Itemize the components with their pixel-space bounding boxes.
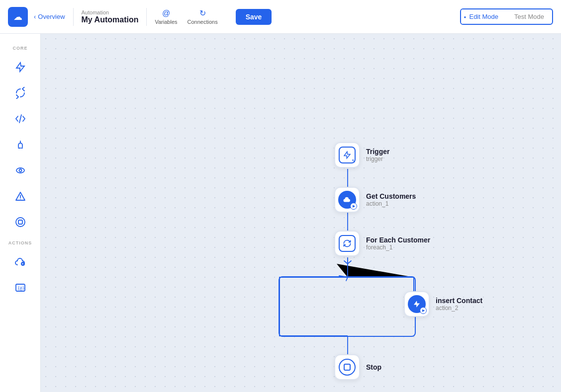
sidebar-item-code-action[interactable]: {@} bbox=[9, 276, 32, 299]
trigger-node-icon: ↖ bbox=[339, 147, 356, 163]
app-logo[interactable]: ☁ bbox=[8, 7, 28, 27]
foreach-subtitle: foreach_1 bbox=[366, 244, 430, 251]
insert-contact-node-box: ▶ bbox=[404, 291, 430, 317]
insert-contact-node[interactable]: ▶ insert Contact action_2 bbox=[404, 291, 482, 317]
connections-label: Connections bbox=[187, 19, 218, 25]
insert-contact-title: insert Contact bbox=[436, 297, 482, 305]
breadcrumb: Automation My Automation bbox=[82, 9, 139, 24]
sidebar-item-trigger[interactable] bbox=[9, 56, 32, 78]
sidebar-item-condition[interactable] bbox=[9, 107, 32, 130]
play-badge: ▶ bbox=[350, 203, 357, 210]
get-customers-node-box: ▶ bbox=[334, 187, 360, 213]
stop-node-icon bbox=[339, 359, 356, 376]
action-bolt-icon bbox=[412, 300, 421, 309]
stop-node[interactable]: Stop bbox=[334, 354, 381, 380]
warning-icon bbox=[14, 190, 26, 202]
foreach-node-box bbox=[334, 231, 360, 256]
get-customers-subtitle: action_1 bbox=[366, 200, 416, 207]
trigger-node-box: ↖ bbox=[334, 142, 360, 168]
loop-icon bbox=[14, 87, 26, 99]
save-button[interactable]: Save bbox=[236, 9, 272, 25]
sidebar-item-error[interactable] bbox=[9, 185, 32, 208]
header-actions: @ Variables ↻ Connections Save bbox=[155, 8, 272, 25]
trigger-label: Trigger trigger bbox=[366, 148, 389, 162]
breadcrumb-sub: Automation bbox=[82, 9, 139, 15]
get-customers-label: Get Customers action_1 bbox=[366, 192, 416, 207]
actions-section-label: ACTIONS bbox=[8, 240, 32, 245]
trigger-title: Trigger bbox=[366, 148, 389, 156]
svg-text:{@}: {@} bbox=[17, 286, 24, 291]
refresh-icon bbox=[342, 238, 352, 248]
test-mode-button[interactable]: Test Mode bbox=[506, 9, 552, 24]
cursor-icon: ↖ bbox=[352, 158, 356, 163]
main-layout: CORE bbox=[0, 34, 561, 392]
variables-button[interactable]: @ Variables bbox=[155, 9, 177, 25]
breadcrumb-title: My Automation bbox=[82, 15, 139, 24]
cloud-action-icon bbox=[14, 256, 26, 268]
insert-contact-label: insert Contact action_2 bbox=[436, 297, 482, 312]
back-button[interactable]: ‹ Overview bbox=[34, 13, 65, 20]
edit-mode-button[interactable]: Edit Mode bbox=[461, 9, 506, 24]
sidebar: CORE bbox=[0, 34, 41, 392]
insert-contact-subtitle: action_2 bbox=[436, 305, 482, 312]
stop-inner bbox=[344, 364, 351, 371]
insert-contact-icon: ▶ bbox=[408, 295, 426, 313]
loop-box bbox=[279, 276, 416, 337]
mode-toggle: Edit Mode Test Mode bbox=[460, 8, 553, 25]
foreach-icon bbox=[339, 235, 356, 252]
bolt-icon bbox=[343, 151, 352, 159]
foreach-label: For Each Customer foreach_1 bbox=[366, 236, 430, 251]
trigger-node[interactable]: ↖ Trigger trigger bbox=[334, 142, 389, 168]
sidebar-item-watch[interactable] bbox=[9, 159, 32, 182]
svg-rect-5 bbox=[18, 220, 22, 224]
foreach-title: For Each Customer bbox=[366, 236, 430, 244]
foreach-node[interactable]: For Each Customer foreach_1 bbox=[334, 231, 430, 256]
header-divider-2 bbox=[146, 8, 147, 26]
core-section-label: CORE bbox=[12, 46, 27, 51]
trigger-icon bbox=[14, 61, 26, 73]
stop-title: Stop bbox=[366, 363, 381, 371]
sidebar-item-loop[interactable] bbox=[9, 81, 32, 104]
get-customers-title: Get Customers bbox=[366, 192, 416, 200]
at-icon: @ bbox=[162, 9, 170, 18]
automation-canvas[interactable]: ↖ Trigger trigger ▶ Get Customers acti bbox=[41, 34, 561, 392]
svg-point-4 bbox=[16, 218, 25, 227]
connections-button[interactable]: ↻ Connections bbox=[187, 8, 218, 25]
sidebar-item-cloud-action[interactable] bbox=[9, 250, 32, 273]
get-customers-icon: ▶ bbox=[338, 191, 356, 209]
svg-point-1 bbox=[19, 169, 21, 172]
action-cloud-icon bbox=[343, 195, 352, 204]
connector-lines bbox=[41, 34, 561, 392]
code-action-icon: {@} bbox=[14, 282, 26, 294]
stop-icon bbox=[14, 216, 26, 228]
svg-point-3 bbox=[20, 199, 21, 200]
get-customers-node[interactable]: ▶ Get Customers action_1 bbox=[334, 187, 416, 213]
stop-label: Stop bbox=[366, 363, 381, 371]
back-label: Overview bbox=[38, 13, 65, 20]
variables-label: Variables bbox=[155, 19, 177, 25]
back-chevron-icon: ‹ bbox=[34, 13, 36, 20]
stop-node-box bbox=[334, 354, 360, 380]
eye-icon bbox=[14, 164, 26, 176]
header-right: Edit Mode Test Mode bbox=[460, 8, 553, 25]
sidebar-item-split[interactable] bbox=[9, 133, 32, 156]
sidebar-item-stop[interactable] bbox=[9, 211, 32, 234]
insert-play-badge: ▶ bbox=[420, 307, 427, 314]
trigger-subtitle: trigger bbox=[366, 156, 389, 162]
svg-point-0 bbox=[16, 168, 24, 173]
condition-icon bbox=[14, 113, 26, 125]
split-icon bbox=[14, 139, 26, 151]
connections-icon: ↻ bbox=[199, 8, 206, 18]
header: ☁ ‹ Overview Automation My Automation @ … bbox=[0, 0, 561, 34]
header-divider-1 bbox=[73, 8, 74, 26]
cloud-icon: ☁ bbox=[13, 11, 22, 22]
